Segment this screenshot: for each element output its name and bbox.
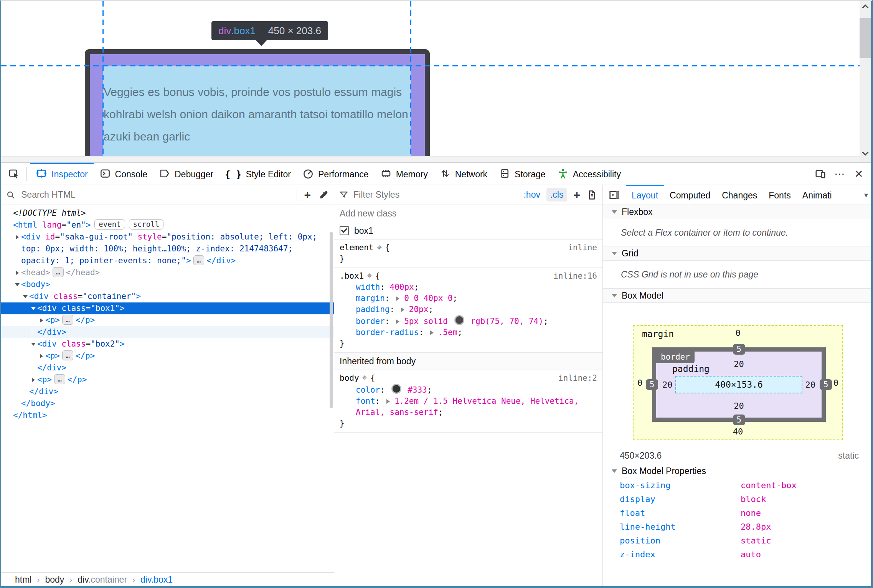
property-name[interactable]: margin	[356, 294, 385, 303]
property-name[interactable]: float	[603, 508, 741, 518]
expander-collapsed-icon[interactable]	[30, 374, 37, 386]
css-declaration[interactable]: padding: 20px;	[334, 304, 602, 315]
property-name[interactable]: line-height	[603, 522, 741, 532]
markup-row[interactable]: <head>…</head>	[1, 267, 334, 279]
expander-expanded-icon[interactable]	[30, 338, 37, 350]
expand-value-icon[interactable]	[396, 296, 402, 301]
markup-row[interactable]: <p>…</p>	[1, 350, 334, 362]
markup-row[interactable]: <body>	[1, 279, 334, 291]
add-node-button[interactable]: +	[304, 188, 311, 202]
border-bottom-value[interactable]: 5	[733, 415, 745, 425]
tab-style-editor[interactable]: { }Style Editor	[219, 163, 297, 185]
markup-row[interactable]: </div>	[1, 386, 334, 398]
sidebar-toggle-icon[interactable]	[608, 189, 621, 201]
property-name[interactable]: display	[603, 494, 741, 504]
tab-debugger[interactable]: Debugger	[153, 163, 219, 185]
property-name[interactable]: border-radius	[356, 328, 419, 337]
expander-expanded-icon[interactable]	[21, 291, 29, 302]
rule-source-link[interactable]: inline:2	[558, 373, 597, 384]
property-name[interactable]: font	[356, 396, 375, 406]
css-declaration[interactable]: font: 1.2em / 1.5 Helvetica Neue, Helvet…	[334, 396, 602, 418]
filter-styles-input[interactable]: Filter Styles	[353, 190, 399, 200]
tab-memory[interactable]: Memory	[375, 163, 434, 185]
css-declaration[interactable]: width: 400px;	[334, 282, 602, 293]
color-swatch[interactable]	[454, 315, 464, 325]
rule-source-link[interactable]: inline	[568, 242, 597, 253]
color-swatch[interactable]	[391, 384, 401, 394]
margin-top-value[interactable]: 0	[735, 328, 740, 338]
markup-row[interactable]: <div id="saka-gui-root" style="position:…	[1, 231, 334, 267]
menu-icon[interactable]: ⋯	[831, 165, 848, 182]
tab-storage[interactable]: Storage	[493, 163, 551, 185]
markup-row[interactable]: <div class="container">	[1, 291, 334, 302]
close-icon[interactable]: ✕	[850, 165, 867, 182]
expander-collapsed-icon[interactable]	[38, 314, 45, 326]
expander-collapsed-icon[interactable]	[38, 350, 45, 362]
markup-row[interactable]: <p>…</p>	[1, 374, 334, 386]
tab-fonts[interactable]: Fonts	[763, 185, 797, 205]
margin-bottom-value[interactable]: 40	[733, 427, 743, 436]
css-declaration[interactable]: border: 5px solid rgb(75, 70, 74);	[334, 315, 602, 327]
margin-left-value[interactable]: 0	[637, 378, 642, 388]
tab-changes[interactable]: Changes	[716, 185, 763, 205]
markup-row[interactable]: <div class="box2">	[1, 338, 334, 350]
breadcrumb-item[interactable]: div.box1	[140, 575, 173, 585]
expander-expanded-icon[interactable]	[13, 279, 21, 291]
tab-animati[interactable]: Animati	[797, 185, 838, 205]
expander-collapsed-icon[interactable]	[13, 231, 21, 243]
highlight-selector-icon[interactable]: ⌖	[367, 270, 372, 281]
tab-computed[interactable]: Computed	[664, 185, 716, 205]
border-right-value[interactable]: 5	[820, 379, 832, 390]
property-name[interactable]: width	[356, 282, 380, 292]
scrollbar-thumb[interactable]	[860, 18, 871, 58]
tab-overflow-button[interactable]: ▾	[863, 190, 871, 200]
property-name[interactable]: position	[603, 536, 741, 545]
print-simulation-button[interactable]	[586, 190, 597, 200]
search-html-input[interactable]: Search HTML	[21, 190, 76, 200]
page-vertical-scrollbar[interactable]	[860, 1, 871, 162]
markup-row[interactable]: </div>	[1, 326, 334, 338]
property-name[interactable]: padding	[356, 305, 390, 314]
property-name[interactable]: z-index	[603, 550, 741, 559]
breadcrumb-item[interactable]: html	[15, 575, 31, 585]
class-checkbox[interactable]	[340, 226, 349, 235]
add-new-class-input[interactable]: Add new class	[334, 205, 602, 222]
padding-bottom-value[interactable]: 20	[734, 401, 744, 411]
markup-row[interactable]: <div class="box1">	[1, 302, 334, 314]
breadcrumb-item[interactable]: body	[45, 575, 64, 585]
expander-expanded-icon[interactable]	[30, 302, 37, 314]
margin-right-value[interactable]: 0	[833, 378, 838, 388]
pick-element-button[interactable]	[1, 163, 26, 185]
markup-row[interactable]: </html>	[1, 410, 334, 421]
rule-selector[interactable]: element	[340, 242, 374, 253]
box-model-properties-header[interactable]: Box Model Properties	[603, 464, 871, 478]
rule-selector[interactable]: .box1	[340, 271, 364, 282]
box-model-border-box[interactable]: border padding 20 20 20 20 400×153.6 5 5…	[652, 347, 826, 422]
tab-network[interactable]: Network	[434, 163, 493, 185]
flexbox-section-header[interactable]: Flexbox	[603, 205, 871, 219]
expand-value-icon[interactable]	[386, 399, 392, 404]
box-model-section-header[interactable]: Box Model	[603, 289, 871, 303]
css-declaration[interactable]: margin: 0 0 40px 0;	[334, 293, 602, 304]
padding-left-value[interactable]: 20	[662, 380, 673, 390]
markup-row[interactable]: <html lang="en">eventscroll	[1, 219, 334, 231]
tab-inspector[interactable]: Inspector	[30, 163, 94, 185]
border-left-value[interactable]: 5	[646, 379, 658, 390]
tab-performance[interactable]: Performance	[297, 163, 375, 185]
expand-value-icon[interactable]	[430, 330, 436, 335]
tab-accessibility[interactable]: Accessibility	[551, 163, 627, 185]
scroll-down-arrow-icon[interactable]	[863, 150, 868, 155]
responsive-design-icon[interactable]	[812, 165, 829, 182]
highlight-selector-icon[interactable]: ⌖	[377, 242, 382, 253]
border-top-value[interactable]: 5	[733, 344, 745, 355]
padding-top-value[interactable]: 20	[734, 359, 744, 369]
markup-row[interactable]: <!DOCTYPE html>	[1, 207, 334, 219]
rule-selector[interactable]: body	[340, 373, 359, 384]
expand-value-icon[interactable]	[396, 319, 402, 324]
css-declaration[interactable]: color: #333;	[334, 384, 602, 396]
eyedropper-button[interactable]	[318, 189, 329, 201]
property-name[interactable]: color	[356, 385, 380, 395]
toggle-pseudo-classes-button[interactable]: :hov	[523, 190, 540, 200]
markup-row[interactable]: <p>…</p>	[1, 314, 334, 326]
grid-section-header[interactable]: Grid	[603, 246, 871, 261]
